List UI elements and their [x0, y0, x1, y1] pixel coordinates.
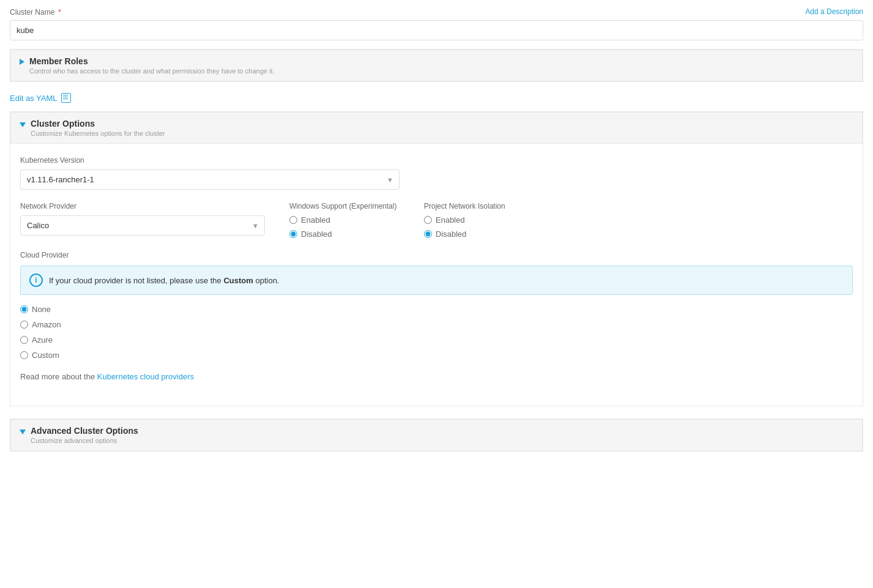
advanced-cluster-options-header-content: Advanced Cluster Options Customize advan…	[31, 426, 853, 444]
advanced-cluster-options-section: Advanced Cluster Options Customize advan…	[10, 419, 863, 452]
project-network-isolation-radio-group: Enabled Disabled	[424, 215, 534, 239]
cloud-none-input[interactable]	[20, 305, 28, 313]
cluster-options-header-content: Cluster Options Customize Kubernetes opt…	[31, 119, 853, 137]
kubernetes-cloud-providers-link[interactable]: Kubernetes cloud providers	[97, 372, 194, 381]
cloud-azure-input[interactable]	[20, 336, 28, 344]
network-provider-select[interactable]: Calico Canal Flannel Weave	[20, 215, 265, 236]
advanced-cluster-options-header[interactable]: Advanced Cluster Options Customize advan…	[10, 419, 863, 451]
windows-support-disabled-radio[interactable]: Disabled	[289, 229, 399, 239]
add-description-link[interactable]: Add a Description	[805, 7, 863, 16]
member-roles-section: Member Roles Control who has access to t…	[10, 49, 863, 82]
windows-support-enabled-radio[interactable]: Enabled	[289, 215, 399, 225]
kubernetes-version-select[interactable]: v1.11.6-rancher1-1 v1.12.4-rancher1-1 v1…	[20, 169, 399, 190]
cloud-amazon-input[interactable]	[20, 321, 28, 329]
cloud-azure-radio[interactable]: Azure	[20, 335, 853, 344]
cluster-options-section: Cluster Options Customize Kubernetes opt…	[10, 111, 863, 406]
advanced-expand-icon	[20, 430, 26, 434]
required-indicator: *	[56, 7, 61, 17]
cluster-name-input[interactable]	[10, 20, 863, 40]
edit-yaml-link[interactable]: Edit as YAML	[10, 94, 58, 103]
cloud-none-label: None	[32, 305, 51, 314]
windows-support-enabled-label: Enabled	[301, 215, 330, 225]
cloud-provider-info-banner: i If your cloud provider is not listed, …	[20, 266, 853, 295]
info-banner-text: If your cloud provider is not listed, pl…	[49, 276, 279, 285]
member-roles-title: Member Roles	[29, 56, 853, 66]
project-network-disabled-input[interactable]	[424, 230, 432, 238]
collapse-icon	[20, 59, 24, 65]
cloud-azure-label: Azure	[32, 335, 53, 344]
member-roles-subtitle: Control who has access to the cluster an…	[29, 67, 853, 75]
cluster-options-body: Kubernetes Version v1.11.6-rancher1-1 v1…	[10, 144, 863, 406]
project-network-disabled-radio[interactable]: Disabled	[424, 229, 534, 239]
cloud-custom-radio[interactable]: Custom	[20, 351, 853, 360]
cloud-amazon-label: Amazon	[32, 320, 61, 329]
member-roles-header[interactable]: Member Roles Control who has access to t…	[10, 50, 863, 81]
info-text-before: If your cloud provider is not listed, pl…	[49, 276, 223, 285]
project-network-isolation-col: Project Network Isolation Enabled Disabl…	[424, 202, 534, 239]
kubernetes-version-select-wrapper: v1.11.6-rancher1-1 v1.12.4-rancher1-1 v1…	[20, 169, 399, 190]
kubernetes-version-label: Kubernetes Version	[20, 156, 853, 165]
cloud-provider-row: Cloud Provider i If your cloud provider …	[20, 251, 853, 381]
cloud-provider-label: Cloud Provider	[20, 251, 853, 259]
windows-support-disabled-input[interactable]	[289, 230, 297, 238]
kubernetes-version-row: Kubernetes Version v1.11.6-rancher1-1 v1…	[20, 156, 853, 190]
read-more-text: Read more about the	[20, 372, 97, 381]
project-network-enabled-radio[interactable]: Enabled	[424, 215, 534, 225]
windows-support-label: Windows Support (Experimental)	[289, 202, 399, 210]
windows-support-col: Windows Support (Experimental) Enabled D…	[289, 202, 399, 239]
network-options-row: Network Provider Calico Canal Flannel We…	[20, 202, 853, 239]
project-network-enabled-label: Enabled	[436, 215, 465, 225]
advanced-cluster-options-toggle[interactable]	[20, 427, 26, 436]
project-network-enabled-input[interactable]	[424, 216, 432, 224]
edit-yaml-row: Edit as YAML	[10, 93, 863, 103]
cluster-options-title: Cluster Options	[31, 119, 853, 128]
windows-support-enabled-input[interactable]	[289, 216, 297, 224]
cloud-provider-radio-group: None Amazon Azure Custom	[20, 305, 853, 360]
expand-icon	[20, 122, 26, 127]
info-icon: i	[29, 274, 43, 287]
cluster-name-label: Cluster Name	[10, 8, 54, 17]
cluster-options-header[interactable]: Cluster Options Customize Kubernetes opt…	[10, 112, 863, 144]
cloud-custom-input[interactable]	[20, 351, 28, 359]
member-roles-toggle[interactable]	[20, 58, 24, 67]
cluster-options-toggle[interactable]	[20, 120, 26, 129]
member-roles-header-content: Member Roles Control who has access to t…	[29, 56, 853, 75]
advanced-cluster-options-title: Advanced Cluster Options	[31, 426, 853, 436]
info-text-after: option.	[253, 276, 280, 285]
network-provider-label: Network Provider	[20, 202, 265, 210]
read-more-row: Read more about the Kubernetes cloud pro…	[20, 372, 853, 381]
project-network-isolation-label: Project Network Isolation	[424, 202, 534, 210]
cloud-none-radio[interactable]: None	[20, 305, 853, 314]
network-provider-col: Network Provider Calico Canal Flannel We…	[20, 202, 265, 236]
cloud-custom-label: Custom	[32, 351, 59, 360]
network-provider-select-wrapper: Calico Canal Flannel Weave ▼	[20, 215, 265, 236]
info-text-strong: Custom	[223, 276, 253, 285]
cloud-amazon-radio[interactable]: Amazon	[20, 320, 853, 329]
yaml-copy-icon[interactable]	[61, 93, 71, 103]
project-network-disabled-label: Disabled	[436, 229, 467, 239]
advanced-cluster-options-subtitle: Customize advanced options	[31, 437, 853, 444]
windows-support-disabled-label: Disabled	[301, 229, 332, 239]
cluster-options-subtitle: Customize Kubernetes options for the clu…	[31, 130, 853, 137]
windows-support-radio-group: Enabled Disabled	[289, 215, 399, 239]
